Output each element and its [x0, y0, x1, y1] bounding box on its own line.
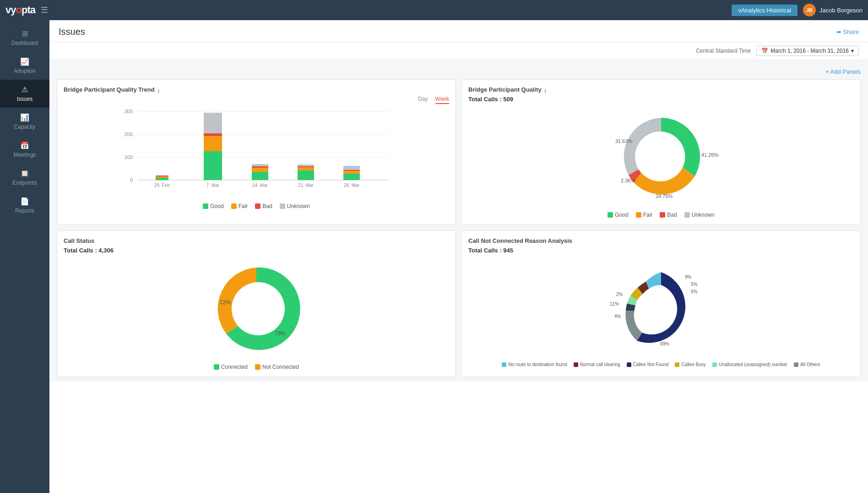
pct-fair: 24.75%: [656, 193, 673, 199]
svg-text:200: 200: [125, 131, 133, 137]
svg-rect-30: [343, 170, 360, 171]
legend-q-bad: Bad: [660, 212, 677, 218]
issues-icon: ⚠: [22, 85, 28, 94]
pct-normal-clear: 5%: [691, 282, 698, 287]
bridge-quality-donut: 41.26% 24.75% 2.36% 31.63%: [588, 106, 734, 207]
share-button[interactable]: ➦ Share: [836, 28, 859, 35]
call-not-connected-title: Call Not Connected Reason Analysis: [468, 237, 854, 244]
legend-unknown: Unknown: [280, 203, 310, 209]
bridge-quality-title: Bridge Participant Quality: [468, 86, 542, 93]
svg-rect-26: [298, 164, 314, 166]
sidebar-label-adoption: Adoption: [14, 68, 35, 74]
sidebar-label-capacity: Capacity: [14, 124, 36, 130]
page-header: Issues ➦ Share: [49, 20, 868, 42]
sidebar-label-reports: Reports: [15, 208, 34, 214]
bar-chart-legend: Good Fair Bad Unknown: [64, 203, 449, 209]
chevron-down-icon: ▾: [851, 48, 854, 54]
call-status-total: Total Calls : 4,306: [64, 247, 449, 254]
panels-grid: Bridge Participant Quality Trend ℹ Day W…: [57, 79, 861, 377]
svg-text:7. Mar: 7. Mar: [206, 183, 220, 188]
svg-text:21. Mar: 21. Mar: [298, 183, 314, 188]
legend-callee-busy: Callee Busy: [675, 362, 705, 367]
pct-not-connected: 22%: [220, 299, 231, 306]
user-menu[interactable]: JB Jacob Borgeson: [803, 4, 863, 16]
svg-rect-13: [204, 151, 222, 180]
legend-not-connected: Not Connected: [255, 364, 299, 370]
call-status-title: Call Status: [64, 237, 449, 244]
add-panels-button[interactable]: + Add Panels: [825, 68, 861, 75]
chart-controls: Day Week: [64, 96, 449, 104]
date-range-label: March 1, 2016 - March 31, 2016: [770, 48, 849, 54]
app-logo: vyopta: [5, 4, 35, 16]
timezone-label: Central Standard Time: [696, 48, 751, 54]
content-area: + Add Panels Bridge Participant Quality …: [49, 60, 868, 382]
meetings-icon: 📅: [20, 141, 29, 150]
hamburger-menu[interactable]: ☰: [41, 5, 48, 15]
svg-rect-16: [204, 113, 222, 133]
sidebar-label-dashboard: Dashboard: [11, 40, 38, 46]
pct-unallocated: 4%: [614, 314, 621, 319]
legend-fair-label: Fair: [239, 203, 248, 209]
bridge-quality-donut-wrapper: 41.26% 24.75% 2.36% 31.63%: [468, 106, 854, 207]
sidebar-label-endpoints: Endpoints: [12, 180, 37, 186]
sidebar-item-meetings[interactable]: 📅 Meetings: [0, 136, 49, 164]
legend-unknown-label: Unknown: [287, 203, 310, 209]
svg-rect-23: [298, 170, 314, 180]
sidebar-item-issues[interactable]: ⚠ Issues: [0, 80, 49, 108]
svg-rect-15: [204, 133, 222, 136]
pct-bad: 2.36%: [621, 178, 635, 183]
call-status-donut: 78% 22%: [206, 258, 307, 359]
top-navigation: vyopta ☰ vAnalytics Historical JB Jacob …: [0, 0, 868, 20]
call-status-donut-wrapper: 78% 22%: [64, 258, 449, 359]
svg-rect-10: [156, 176, 168, 178]
endpoints-icon: 🔲: [20, 169, 29, 178]
share-icon: ➦: [836, 28, 841, 35]
legend-fair: Fair: [231, 203, 248, 209]
legend-good: Good: [203, 203, 223, 209]
sidebar-label-meetings: Meetings: [14, 152, 36, 158]
date-range-picker[interactable]: 📅 March 1, 2016 - March 31, 2016 ▾: [756, 46, 859, 56]
date-bar: Central Standard Time 📅 March 1, 2016 - …: [49, 42, 868, 60]
legend-good-label: Good: [210, 203, 223, 209]
app-layout: ⊞ Dashboard 📈 Adoption ⚠ Issues 📊 Capaci…: [0, 20, 868, 493]
legend-bad-label: Bad: [262, 203, 272, 209]
svg-text:29. Feb: 29. Feb: [154, 183, 170, 188]
svg-rect-29: [343, 171, 360, 174]
day-tab[interactable]: Day: [418, 96, 428, 104]
sidebar-item-endpoints[interactable]: 🔲 Endpoints: [0, 164, 49, 192]
top-nav-right: vAnalytics Historical JB Jacob Borgeson: [732, 4, 863, 16]
legend-unallocated: Unallocated (unassigned) number: [712, 362, 787, 367]
fair-color: [231, 203, 237, 209]
call-not-connected-legend: No route to destination found Normal cal…: [468, 362, 854, 367]
sidebar: ⊞ Dashboard 📈 Adoption ⚠ Issues 📊 Capaci…: [0, 20, 49, 493]
call-not-connected-panel: Call Not Connected Reason Analysis Total…: [461, 230, 861, 377]
svg-text:100: 100: [125, 154, 133, 160]
call-not-connected-total: Total Calls : 945: [468, 247, 854, 254]
sidebar-item-reports[interactable]: 📄 Reports: [0, 192, 49, 219]
sidebar-item-dashboard[interactable]: ⊞ Dashboard: [0, 24, 49, 52]
call-not-connected-donut-wrapper: 9% 5% 2% 11% 4% 69% 5%: [468, 257, 854, 358]
svg-rect-14: [204, 136, 222, 151]
user-name: Jacob Borgeson: [819, 7, 863, 14]
bridge-quality-panel: Bridge Participant Quality ℹ Total Calls…: [461, 79, 861, 225]
week-tab[interactable]: Week: [435, 96, 449, 104]
sidebar-item-adoption[interactable]: 📈 Adoption: [0, 52, 49, 80]
legend-q-fair: Fair: [636, 212, 653, 218]
product-selector[interactable]: vAnalytics Historical: [732, 5, 797, 16]
main-content: Issues ➦ Share Central Standard Time 📅 M…: [49, 20, 868, 493]
pct-extra: 2%: [616, 292, 623, 297]
avatar: JB: [803, 4, 816, 16]
legend-callee-not-found: Callee Not Found: [627, 362, 669, 367]
call-status-panel: Call Status Total Calls : 4,306: [57, 230, 456, 377]
svg-rect-21: [252, 164, 268, 166]
pct-unknown: 31.63%: [615, 138, 633, 144]
svg-rect-11: [156, 175, 168, 176]
info-icon-quality: ℹ: [544, 88, 547, 94]
bad-color: [255, 203, 260, 209]
legend-all-others: All Others: [794, 362, 820, 367]
bridge-quality-total: Total Calls : 509: [468, 96, 854, 103]
sidebar-item-capacity[interactable]: 📊 Capacity: [0, 108, 49, 136]
pct-all-others: 11%: [610, 301, 619, 307]
add-panels-row: + Add Panels: [57, 65, 861, 79]
pct-callee-not-found: 69%: [660, 341, 669, 346]
